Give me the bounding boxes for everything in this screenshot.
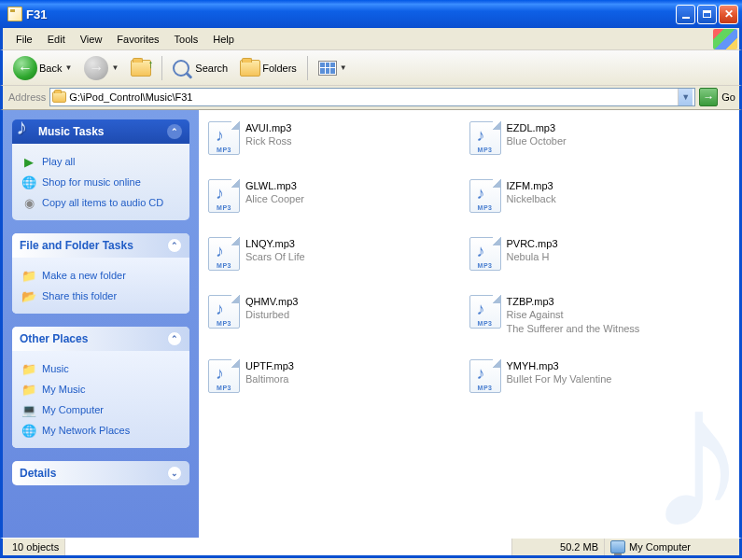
views-button[interactable]: ▼	[314, 58, 352, 78]
toolbar: ← Back ▼ → ▼ Search Folders ▼	[0, 50, 742, 86]
music-tasks-body: ▶Play all 🌐Shop for music online ◉Copy a…	[12, 144, 189, 220]
file-artist: Rise Against	[507, 308, 640, 321]
minimize-button[interactable]	[676, 5, 695, 24]
go-button[interactable]: →	[699, 88, 718, 106]
network-icon: 🌐	[21, 423, 36, 438]
file-item[interactable]: MP3GLWL.mp3Alice Cooper	[208, 179, 469, 213]
task-share-folder[interactable]: 📂Share this folder	[21, 286, 180, 306]
folders-label: Folders	[262, 63, 297, 74]
folder-icon	[7, 7, 22, 21]
chevron-down-icon: ▼	[64, 63, 72, 72]
music-tasks-header[interactable]: ♪ Music Tasks ⌃	[12, 119, 189, 144]
folder-icon	[52, 91, 66, 103]
chevron-up-icon[interactable]: ⌃	[167, 124, 182, 139]
menu-help[interactable]: Help	[205, 31, 242, 48]
place-my-computer[interactable]: 💻My Computer	[21, 399, 180, 420]
chevron-up-icon[interactable]: ⌃	[167, 238, 182, 253]
music-tasks-panel: ♪ Music Tasks ⌃ ▶Play all 🌐Shop for musi…	[12, 119, 189, 220]
go-label: Go	[721, 91, 735, 103]
sidebar: ♪ Music Tasks ⌃ ▶Play all 🌐Shop for musi…	[3, 110, 199, 538]
file-folder-tasks-header[interactable]: File and Folder Tasks ⌃	[12, 233, 189, 258]
folder-icon: 📁	[21, 361, 36, 376]
computer-icon	[610, 540, 625, 553]
music-tasks-title: Music Tasks	[38, 125, 104, 138]
forward-arrow-icon: →	[84, 56, 108, 80]
file-text: TZBP.mp3Rise AgainstThe Sufferer and the…	[507, 295, 640, 335]
menu-file[interactable]: File	[8, 31, 40, 48]
close-button[interactable]: ✕	[719, 5, 738, 24]
status-size: 50.2 MB	[511, 539, 605, 555]
back-button[interactable]: ← Back ▼	[8, 53, 77, 83]
forward-button[interactable]: → ▼	[79, 53, 123, 83]
address-dropdown[interactable]: ▼	[678, 89, 693, 105]
chevron-up-icon[interactable]: ⌃	[167, 331, 182, 346]
file-artist: Nebula H	[507, 250, 558, 263]
file-artist: Scars Of Life	[245, 250, 305, 263]
file-artist: Nickelback	[507, 192, 556, 205]
windows-logo-icon	[713, 29, 737, 49]
task-play-all[interactable]: ▶Play all	[21, 151, 180, 172]
file-item[interactable]: MP3LNQY.mp3Scars Of Life	[208, 237, 469, 271]
place-my-music[interactable]: 📁My Music	[21, 379, 180, 399]
file-text: EZDL.mp3Blue October	[507, 121, 567, 148]
back-label: Back	[39, 63, 62, 74]
place-music[interactable]: 📁Music	[21, 358, 180, 379]
file-artist: Rick Ross	[245, 134, 292, 147]
back-arrow-icon: ←	[13, 56, 37, 80]
chevron-down-icon[interactable]: ⌄	[167, 466, 182, 481]
details-title: Details	[20, 467, 56, 480]
place-network[interactable]: 🌐My Network Places	[21, 420, 180, 441]
file-text: GLWL.mp3Alice Cooper	[245, 179, 304, 206]
mp3-file-icon: MP3	[469, 121, 501, 155]
file-text: AVUI.mp3Rick Ross	[245, 121, 292, 148]
menu-tools[interactable]: Tools	[167, 31, 206, 48]
file-item[interactable]: MP3IZFM.mp3Nickelback	[469, 179, 731, 213]
task-new-folder[interactable]: 📁Make a new folder	[21, 265, 180, 286]
file-item[interactable]: MP3QHMV.mp3Disturbed	[208, 295, 469, 335]
views-icon	[318, 61, 337, 76]
file-name: UPTF.mp3	[245, 359, 294, 372]
details-panel: Details ⌄	[12, 461, 189, 485]
file-item[interactable]: MP3UPTF.mp3Baltimora	[208, 359, 469, 393]
file-list: ♪ MP3AVUI.mp3Rick RossMP3EZDL.mp3Blue Oc…	[199, 110, 739, 538]
task-shop-music[interactable]: 🌐Shop for music online	[21, 172, 180, 192]
music-folder-icon: 📁	[21, 382, 36, 397]
file-item[interactable]: MP3TZBP.mp3Rise AgainstThe Sufferer and …	[469, 295, 731, 335]
menu-edit[interactable]: Edit	[40, 31, 73, 48]
file-name: QHMV.mp3	[245, 295, 298, 308]
search-button[interactable]: Search	[168, 57, 232, 79]
details-header[interactable]: Details ⌄	[12, 461, 189, 485]
menu-view[interactable]: View	[73, 31, 110, 48]
menu-favorites[interactable]: Favorites	[109, 31, 166, 48]
status-location: My Computer	[605, 539, 735, 555]
file-item[interactable]: MP3PVRC.mp3Nebula H	[469, 237, 731, 271]
file-text: QHMV.mp3Disturbed	[245, 295, 298, 322]
file-folder-tasks-panel: File and Folder Tasks ⌃ 📁Make a new fold…	[12, 233, 189, 314]
folders-icon	[240, 60, 260, 77]
other-places-header[interactable]: Other Places ⌃	[12, 327, 189, 351]
other-places-panel: Other Places ⌃ 📁Music 📁My Music 💻My Comp…	[12, 327, 189, 448]
up-button[interactable]	[126, 57, 156, 79]
file-artist: Disturbed	[245, 308, 298, 321]
new-folder-icon: 📁	[21, 268, 36, 283]
task-copy-to-cd[interactable]: ◉Copy all items to audio CD	[21, 192, 180, 213]
mp3-file-icon: MP3	[208, 121, 240, 155]
cd-icon: ◉	[21, 195, 36, 210]
play-icon: ▶	[21, 154, 36, 169]
file-artist: Alice Cooper	[245, 192, 304, 205]
file-name: IZFM.mp3	[507, 179, 556, 192]
separator	[161, 56, 162, 80]
maximize-button[interactable]	[697, 5, 717, 24]
search-label: Search	[195, 63, 228, 74]
file-text: YMYH.mp3Bullet For My Valentine	[507, 359, 612, 386]
address-input[interactable]: G:\iPod_Control\Music\F31 ▼	[49, 88, 695, 106]
file-item[interactable]: MP3EZDL.mp3Blue October	[469, 121, 731, 155]
file-name: AVUI.mp3	[245, 121, 292, 134]
folders-button[interactable]: Folders	[235, 57, 301, 79]
share-icon: 📂	[21, 288, 36, 303]
file-item[interactable]: MP3YMYH.mp3Bullet For My Valentine	[469, 359, 731, 393]
file-folder-tasks-body: 📁Make a new folder 📂Share this folder	[12, 258, 189, 314]
mp3-file-icon: MP3	[208, 237, 240, 271]
file-name: EZDL.mp3	[507, 121, 567, 134]
file-item[interactable]: MP3AVUI.mp3Rick Ross	[208, 121, 469, 155]
